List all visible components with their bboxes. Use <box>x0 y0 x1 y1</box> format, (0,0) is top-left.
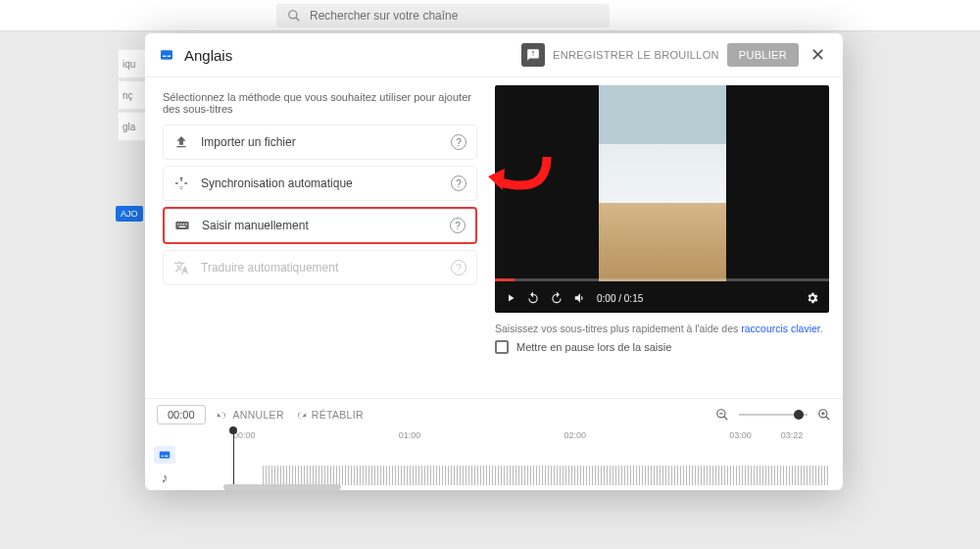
checkbox-label: Mettre en pause lors de la saisie <box>516 341 671 353</box>
svg-rect-9 <box>185 224 186 225</box>
zoom-slider[interactable] <box>739 414 808 416</box>
play-icon[interactable] <box>505 292 516 304</box>
sidebar-chip[interactable]: AJO <box>116 206 143 222</box>
option-label: Synchronisation automatique <box>201 176 439 190</box>
option-label: Saisir manuellement <box>202 219 438 232</box>
search-field[interactable] <box>276 4 610 27</box>
option-label: Importer un fichier <box>201 135 439 149</box>
video-controls: 0:00 / 0:15 <box>495 283 829 313</box>
subtitle-dialog: Anglais ENREGISTRER LE BROUILLON PUBLIER… <box>145 33 843 490</box>
svg-rect-7 <box>180 224 181 225</box>
instruction-text: Sélectionnez la méthode que vous souhait… <box>163 91 477 115</box>
svg-rect-20 <box>165 456 169 457</box>
svg-rect-18 <box>160 452 171 459</box>
help-icon[interactable]: ? <box>450 218 466 233</box>
svg-rect-3 <box>163 56 166 57</box>
autosync-icon <box>173 175 189 191</box>
subtitle-track-tab[interactable] <box>154 446 175 464</box>
subtitles-icon <box>159 47 174 63</box>
settings-gear-icon[interactable] <box>806 291 819 305</box>
svg-line-1 <box>296 17 300 21</box>
shortcuts-link[interactable]: raccourcis clavier <box>741 323 820 334</box>
rewind-icon[interactable] <box>526 291 540 305</box>
svg-rect-2 <box>161 50 172 59</box>
svg-rect-10 <box>179 226 186 227</box>
playhead[interactable] <box>233 430 234 490</box>
undo-button[interactable]: ANNULER <box>216 408 284 422</box>
translate-icon <box>173 260 189 275</box>
redo-button[interactable]: RÉTABLIR <box>294 408 364 422</box>
app-topbar <box>0 0 980 31</box>
preview-panel: 0:00 / 0:15 Saisissez vos sous-titres pl… <box>495 77 843 398</box>
volume-icon[interactable] <box>573 291 587 305</box>
option-label: Traduire automatiquement <box>201 261 439 274</box>
publish-button[interactable]: PUBLIER <box>727 43 799 67</box>
svg-rect-8 <box>183 224 184 225</box>
video-progress[interactable] <box>495 278 829 281</box>
help-icon: ? <box>451 260 466 275</box>
help-icon[interactable]: ? <box>451 175 466 191</box>
keyboard-icon <box>174 218 190 233</box>
checkbox-icon[interactable] <box>495 340 509 354</box>
upload-icon <box>173 134 189 150</box>
search-input[interactable] <box>310 9 600 23</box>
feedback-icon[interactable] <box>521 43 545 67</box>
video-thumbnail <box>599 85 726 281</box>
audio-track-tab[interactable]: ♪ <box>162 470 169 485</box>
svg-rect-6 <box>177 224 178 225</box>
audio-waveform <box>263 466 829 485</box>
save-draft-button[interactable]: ENREGISTRER LE BROUILLON <box>553 49 719 61</box>
svg-line-12 <box>724 417 728 421</box>
shortcut-tip: Saisissez vos sous-titres plus rapidemen… <box>495 323 829 334</box>
svg-rect-19 <box>162 456 164 457</box>
timeline-panel: 00:00 ANNULER RÉTABLIR 00:00 01:00 02:00… <box>145 398 843 490</box>
option-auto-translate: Traduire automatiquement ? <box>163 250 477 285</box>
svg-point-0 <box>289 10 297 18</box>
language-title: Anglais <box>184 47 232 64</box>
pause-while-typing[interactable]: Mettre en pause lors de la saisie <box>495 340 829 354</box>
option-import-file[interactable]: Importer un fichier ? <box>163 125 477 160</box>
timeline-ruler: 00:00 01:00 02:00 03:00 03:22 <box>233 430 804 444</box>
help-icon[interactable]: ? <box>451 134 466 150</box>
timeline-body[interactable] <box>184 444 829 490</box>
zoom-in-icon[interactable] <box>817 408 831 422</box>
dialog-header: Anglais ENREGISTRER LE BROUILLON PUBLIER… <box>145 33 843 77</box>
option-auto-sync[interactable]: Synchronisation automatique ? <box>163 166 477 201</box>
zoom-control[interactable] <box>715 408 831 422</box>
video-time: 0:00 / 0:15 <box>597 293 643 304</box>
option-type-manually[interactable]: Saisir manuellement ? <box>163 207 477 244</box>
horizontal-scrollbar[interactable] <box>223 484 341 490</box>
svg-line-15 <box>826 417 830 421</box>
track-tabs: ♪ <box>145 444 184 490</box>
video-player[interactable]: 0:00 / 0:15 <box>495 85 829 313</box>
svg-rect-4 <box>168 56 171 57</box>
close-icon[interactable]: ✕ <box>807 44 829 66</box>
svg-rect-5 <box>175 222 188 229</box>
zoom-out-icon[interactable] <box>715 408 729 422</box>
search-icon <box>286 8 302 24</box>
forward-icon[interactable] <box>550 291 564 305</box>
method-panel: Sélectionnez la méthode que vous souhait… <box>145 77 495 398</box>
timecode-input[interactable]: 00:00 <box>157 405 206 424</box>
